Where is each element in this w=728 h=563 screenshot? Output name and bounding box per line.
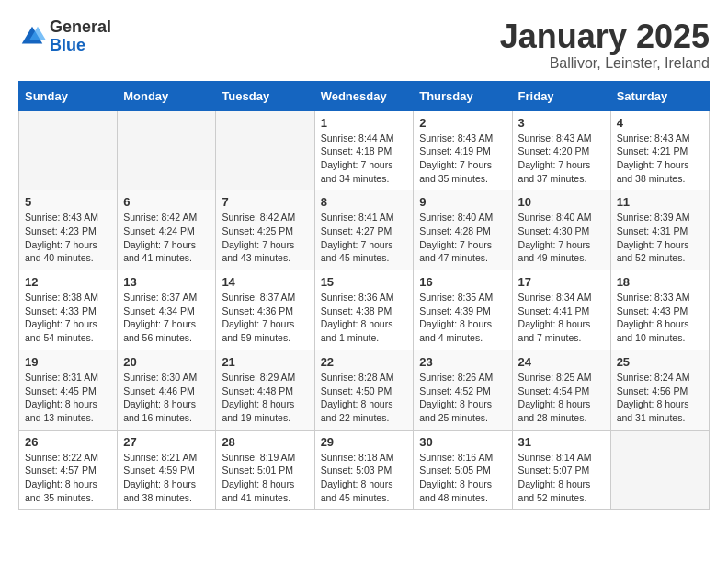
calendar-cell: 31Sunrise: 8:14 AM Sunset: 5:07 PM Dayli… [512,430,610,510]
day-number: 5 [25,195,111,209]
day-info: Sunrise: 8:36 AM Sunset: 4:38 PM Dayligh… [321,291,408,345]
calendar-cell: 29Sunrise: 8:18 AM Sunset: 5:03 PM Dayli… [314,430,414,510]
day-number: 12 [25,275,111,289]
calendar-cell: 12Sunrise: 8:38 AM Sunset: 4:33 PM Dayli… [19,270,118,350]
title-section: January 2025 Ballivor, Leinster, Ireland [500,18,710,72]
day-number: 24 [518,355,605,369]
calendar-cell [610,430,709,510]
calendar-cell: 15Sunrise: 8:36 AM Sunset: 4:38 PM Dayli… [314,270,414,350]
day-number: 30 [419,435,506,449]
weekday-header-monday: Monday [118,81,216,110]
calendar-cell: 22Sunrise: 8:28 AM Sunset: 4:50 PM Dayli… [314,350,414,430]
day-info: Sunrise: 8:19 AM Sunset: 5:01 PM Dayligh… [222,451,308,505]
day-number: 26 [25,435,111,449]
day-number: 16 [419,275,506,289]
day-number: 15 [321,275,408,289]
day-number: 31 [518,435,605,449]
calendar-cell: 27Sunrise: 8:21 AM Sunset: 4:59 PM Dayli… [118,430,216,510]
day-info: Sunrise: 8:26 AM Sunset: 4:52 PM Dayligh… [419,371,506,425]
day-info: Sunrise: 8:35 AM Sunset: 4:39 PM Dayligh… [419,291,506,345]
day-number: 27 [123,435,210,449]
day-info: Sunrise: 8:33 AM Sunset: 4:43 PM Dayligh… [617,291,703,345]
day-number: 14 [222,275,308,289]
day-info: Sunrise: 8:30 AM Sunset: 4:46 PM Dayligh… [123,371,210,425]
day-info: Sunrise: 8:43 AM Sunset: 4:19 PM Dayligh… [419,132,506,186]
calendar-cell: 1Sunrise: 8:44 AM Sunset: 4:18 PM Daylig… [314,110,414,190]
calendar-cell: 7Sunrise: 8:42 AM Sunset: 4:25 PM Daylig… [216,190,314,270]
month-title: January 2025 [500,18,710,55]
calendar-cell: 6Sunrise: 8:42 AM Sunset: 4:24 PM Daylig… [118,190,216,270]
logo-icon [18,23,46,51]
day-number: 9 [419,195,506,209]
calendar-cell: 21Sunrise: 8:29 AM Sunset: 4:48 PM Dayli… [216,350,314,430]
day-info: Sunrise: 8:37 AM Sunset: 4:36 PM Dayligh… [222,291,308,345]
calendar-cell: 20Sunrise: 8:30 AM Sunset: 4:46 PM Dayli… [118,350,216,430]
calendar-cell: 13Sunrise: 8:37 AM Sunset: 4:34 PM Dayli… [118,270,216,350]
day-info: Sunrise: 8:42 AM Sunset: 4:24 PM Dayligh… [123,211,210,265]
calendar-cell: 30Sunrise: 8:16 AM Sunset: 5:05 PM Dayli… [414,430,512,510]
day-info: Sunrise: 8:16 AM Sunset: 5:05 PM Dayligh… [419,451,506,505]
calendar-cell: 19Sunrise: 8:31 AM Sunset: 4:45 PM Dayli… [19,350,118,430]
calendar-week-5: 26Sunrise: 8:22 AM Sunset: 4:57 PM Dayli… [19,430,710,510]
day-number: 18 [617,275,703,289]
day-number: 2 [419,116,506,130]
day-info: Sunrise: 8:22 AM Sunset: 4:57 PM Dayligh… [25,451,111,505]
day-number: 21 [222,355,308,369]
weekday-header-friday: Friday [512,81,610,110]
day-number: 19 [25,355,111,369]
logo-general: General [50,18,111,37]
day-number: 8 [321,195,408,209]
day-info: Sunrise: 8:34 AM Sunset: 4:41 PM Dayligh… [518,291,605,345]
day-number: 3 [518,116,605,130]
day-info: Sunrise: 8:24 AM Sunset: 4:56 PM Dayligh… [617,371,703,425]
weekday-header-sunday: Sunday [19,81,118,110]
day-number: 7 [222,195,308,209]
day-info: Sunrise: 8:25 AM Sunset: 4:54 PM Dayligh… [518,371,605,425]
day-info: Sunrise: 8:43 AM Sunset: 4:23 PM Dayligh… [25,211,111,265]
calendar: SundayMondayTuesdayWednesdayThursdayFrid… [18,81,710,511]
logo-text: General Blue [50,18,111,55]
weekday-header-wednesday: Wednesday [314,81,414,110]
calendar-week-3: 12Sunrise: 8:38 AM Sunset: 4:33 PM Dayli… [19,270,710,350]
calendar-cell: 17Sunrise: 8:34 AM Sunset: 4:41 PM Dayli… [512,270,610,350]
calendar-cell: 3Sunrise: 8:43 AM Sunset: 4:20 PM Daylig… [512,110,610,190]
day-info: Sunrise: 8:18 AM Sunset: 5:03 PM Dayligh… [321,451,408,505]
day-info: Sunrise: 8:37 AM Sunset: 4:34 PM Dayligh… [123,291,210,345]
calendar-cell: 24Sunrise: 8:25 AM Sunset: 4:54 PM Dayli… [512,350,610,430]
calendar-cell: 23Sunrise: 8:26 AM Sunset: 4:52 PM Dayli… [414,350,512,430]
calendar-cell: 16Sunrise: 8:35 AM Sunset: 4:39 PM Dayli… [414,270,512,350]
day-info: Sunrise: 8:38 AM Sunset: 4:33 PM Dayligh… [25,291,111,345]
day-number: 11 [617,195,703,209]
day-info: Sunrise: 8:43 AM Sunset: 4:20 PM Dayligh… [518,132,605,186]
day-info: Sunrise: 8:40 AM Sunset: 4:28 PM Dayligh… [419,211,506,265]
day-info: Sunrise: 8:31 AM Sunset: 4:45 PM Dayligh… [25,371,111,425]
calendar-cell: 14Sunrise: 8:37 AM Sunset: 4:36 PM Dayli… [216,270,314,350]
day-number: 4 [617,116,703,130]
weekday-header-saturday: Saturday [610,81,709,110]
location: Ballivor, Leinster, Ireland [500,55,710,72]
day-info: Sunrise: 8:14 AM Sunset: 5:07 PM Dayligh… [518,451,605,505]
weekday-header-tuesday: Tuesday [216,81,314,110]
calendar-cell: 26Sunrise: 8:22 AM Sunset: 4:57 PM Dayli… [19,430,118,510]
weekday-header-thursday: Thursday [414,81,512,110]
day-info: Sunrise: 8:43 AM Sunset: 4:21 PM Dayligh… [617,132,703,186]
day-number: 25 [617,355,703,369]
calendar-cell: 2Sunrise: 8:43 AM Sunset: 4:19 PM Daylig… [414,110,512,190]
day-info: Sunrise: 8:44 AM Sunset: 4:18 PM Dayligh… [321,132,408,186]
day-number: 6 [123,195,210,209]
calendar-cell: 25Sunrise: 8:24 AM Sunset: 4:56 PM Dayli… [610,350,709,430]
calendar-cell: 11Sunrise: 8:39 AM Sunset: 4:31 PM Dayli… [610,190,709,270]
calendar-week-1: 1Sunrise: 8:44 AM Sunset: 4:18 PM Daylig… [19,110,710,190]
day-number: 22 [321,355,408,369]
calendar-cell [216,110,314,190]
day-number: 29 [321,435,408,449]
calendar-cell [118,110,216,190]
day-number: 20 [123,355,210,369]
calendar-cell: 4Sunrise: 8:43 AM Sunset: 4:21 PM Daylig… [610,110,709,190]
calendar-week-2: 5Sunrise: 8:43 AM Sunset: 4:23 PM Daylig… [19,190,710,270]
day-number: 23 [419,355,506,369]
weekday-header-row: SundayMondayTuesdayWednesdayThursdayFrid… [19,81,710,110]
calendar-cell: 18Sunrise: 8:33 AM Sunset: 4:43 PM Dayli… [610,270,709,350]
day-info: Sunrise: 8:21 AM Sunset: 4:59 PM Dayligh… [123,451,210,505]
day-number: 10 [518,195,605,209]
